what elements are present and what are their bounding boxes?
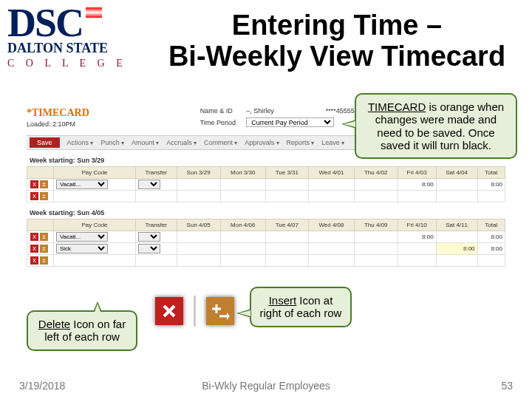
week1-grid: Pay Code Transfer Sun 3/29 Mon 3/30 Tue … (27, 166, 505, 202)
table-row: x± (27, 191, 505, 202)
menu-approvals[interactable]: Approvals (245, 139, 279, 146)
delete-row-icon[interactable]: x (30, 192, 38, 200)
insert-row-icon[interactable]: ± (40, 192, 48, 200)
logo-dsc: DSC (7, 7, 137, 39)
footer-page-number: 53 (501, 380, 513, 392)
save-button[interactable]: Save (30, 137, 60, 148)
col-paycode: Pay Code (54, 167, 136, 179)
paycode-select[interactable]: Sick (56, 244, 108, 253)
enlarged-row-icons (155, 296, 234, 327)
insert-row-icon[interactable]: ± (40, 245, 48, 253)
transfer-select[interactable] (138, 244, 160, 253)
transfer-select[interactable] (138, 180, 160, 189)
callout-tail-icon (93, 301, 102, 312)
college-logo: DSC DALTON STATE C O L L E G E (7, 7, 137, 69)
menu-comment[interactable]: Comment (204, 139, 237, 146)
table-row: x± Vacati... 8:00 8:00 (27, 231, 505, 243)
insert-row-icon[interactable]: ± (40, 180, 48, 188)
name-id-label: Name & ID (200, 107, 245, 115)
menu-amount[interactable]: Amount (132, 139, 159, 146)
flag-icon (86, 7, 102, 18)
loaded-time: Loaded: 2:10PM (27, 120, 89, 128)
timecard-heading: *TIMECARD (27, 107, 89, 118)
menu-reports[interactable]: Reports (287, 139, 315, 146)
menu-accruals[interactable]: Accruals (166, 139, 197, 146)
slide-title: Entering Time –Bi-Weekly View Timecard (145, 10, 529, 72)
insert-row-icon[interactable]: ± (40, 233, 48, 241)
transfer-select[interactable] (138, 232, 160, 242)
table-row: x± Sick 8:00 8:00 (27, 243, 505, 255)
delete-row-icon[interactable]: x (30, 256, 38, 265)
logo-college: C O L L E G E (7, 58, 137, 69)
insert-icon-large (206, 297, 234, 325)
delete-row-icon[interactable]: x (30, 245, 38, 253)
time-period-label: Time Period (200, 119, 245, 126)
paycode-select[interactable]: Vacati... (56, 180, 108, 189)
footer-center: Bi-Wkly Regular Employees (0, 380, 532, 392)
table-row: x± (27, 255, 505, 267)
col-transfer: Transfer (136, 167, 177, 179)
menu-punch[interactable]: Punch (100, 139, 124, 146)
delete-icon-large (155, 297, 183, 325)
week2-grid: Pay Code Transfer Sun 4/05 Mon 4/06 Tue … (27, 219, 505, 267)
menu-actions[interactable]: Actions (67, 139, 94, 146)
separator-icon (194, 296, 196, 327)
callout-delete: Delete Icon on far left of each row (27, 310, 137, 351)
delete-row-icon[interactable]: x (30, 233, 38, 241)
week2-label: Week starting: Sun 4/05 (27, 207, 505, 219)
callout-tail-icon (236, 309, 251, 318)
table-row: x± Vacati... 8:00 8:00 (27, 179, 505, 191)
insert-row-icon[interactable]: ± (40, 256, 48, 265)
delete-row-icon[interactable]: x (30, 180, 38, 188)
paycode-select[interactable]: Vacati... (56, 232, 108, 242)
logo-dalton-state: DALTON STATE (7, 41, 137, 56)
time-period-select[interactable]: Current Pay Period (246, 117, 334, 127)
callout-insert: Insert Icon at right of each row (250, 287, 352, 327)
menu-leave[interactable]: Leave (321, 139, 344, 146)
employee-name: –, Shirley (246, 107, 320, 115)
callout-tail-icon (341, 120, 356, 129)
callout-timecard-orange: TIMECARD is orange when changes were mad… (355, 93, 517, 159)
